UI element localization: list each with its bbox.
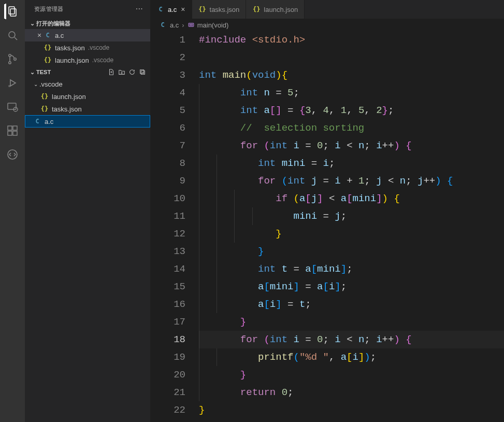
open-editors-list: ×Ca.c{}tasks.json.vscode{}launch.json.vs… bbox=[25, 29, 150, 66]
open-editors-header[interactable]: ⌄ 打开的编辑器 bbox=[25, 18, 150, 29]
folder-item[interactable]: ⌄.vscode bbox=[25, 78, 150, 90]
line-number: 20 bbox=[150, 366, 185, 384]
file-name: a.c bbox=[55, 32, 64, 39]
search-icon[interactable] bbox=[5, 28, 20, 43]
svg-point-2 bbox=[9, 32, 15, 38]
line-number: 9 bbox=[150, 172, 185, 190]
c-file-icon: C bbox=[156, 6, 165, 13]
code-line[interactable]: // selection sorting bbox=[199, 119, 504, 137]
new-folder-icon[interactable] bbox=[118, 68, 125, 76]
breadcrumb-symbol[interactable]: main(void) bbox=[197, 21, 229, 29]
collapse-all-icon[interactable] bbox=[139, 68, 146, 76]
line-number: 5 bbox=[150, 102, 185, 119]
c-file-icon: C bbox=[44, 32, 52, 39]
source-control-icon[interactable] bbox=[5, 52, 20, 66]
open-editors-label: 打开的编辑器 bbox=[36, 20, 70, 27]
file-item[interactable]: Ca.c bbox=[25, 115, 150, 128]
svg-point-8 bbox=[8, 85, 10, 87]
code-line[interactable]: } bbox=[199, 401, 504, 419]
file-tree: ⌄.vscode{}launch.json{}tasks.jsonCa.c bbox=[25, 78, 150, 128]
project-header[interactable]: ⌄ TEST bbox=[25, 66, 150, 78]
code-line[interactable]: #include <stdio.h> bbox=[199, 31, 504, 49]
code-line[interactable]: int main(void){ bbox=[199, 66, 504, 84]
svg-rect-0 bbox=[9, 7, 15, 14]
file-name: tasks.json bbox=[55, 44, 85, 52]
line-number: 13 bbox=[150, 243, 185, 260]
code-line[interactable]: int n = 5; bbox=[199, 84, 504, 102]
open-editor-item[interactable]: {}tasks.json.vscode bbox=[25, 41, 150, 54]
json-file-icon: {} bbox=[252, 6, 261, 13]
folder-name: .vscode bbox=[39, 80, 63, 88]
chevron-down-icon: ⌄ bbox=[32, 81, 39, 87]
refresh-icon[interactable] bbox=[128, 68, 136, 76]
c-file-icon: C bbox=[159, 21, 167, 29]
line-number: 14 bbox=[150, 260, 185, 278]
code-line[interactable]: } bbox=[199, 243, 504, 260]
tab-label: tasks.json bbox=[210, 6, 240, 13]
code-line[interactable]: mini = j; bbox=[199, 207, 504, 225]
code-line[interactable]: } bbox=[199, 366, 504, 384]
code-line[interactable]: a[mini] = a[i]; bbox=[199, 278, 504, 296]
line-number: 10 bbox=[150, 190, 185, 207]
line-number: 22 bbox=[150, 401, 185, 419]
run-debug-icon[interactable] bbox=[5, 76, 20, 90]
close-icon[interactable]: × bbox=[181, 5, 185, 13]
file-item[interactable]: {}tasks.json bbox=[25, 103, 150, 115]
editor-tab[interactable]: {}tasks.json bbox=[192, 0, 247, 19]
line-number: 11 bbox=[150, 207, 185, 225]
remote-explorer-icon[interactable] bbox=[5, 100, 20, 114]
extensions-icon[interactable] bbox=[5, 123, 20, 138]
svg-rect-13 bbox=[13, 131, 17, 135]
tab-label: launch.json bbox=[264, 6, 298, 13]
code-content[interactable]: #include <stdio.h> int main(void){ int n… bbox=[197, 31, 504, 422]
close-icon[interactable]: × bbox=[35, 31, 44, 39]
code-editor[interactable]: 12345678910111213141516171819202122 #inc… bbox=[150, 31, 504, 422]
file-dir: .vscode bbox=[92, 57, 113, 64]
code-line[interactable]: return 0; bbox=[199, 384, 504, 401]
sidebar-more-icon[interactable]: ··· bbox=[136, 4, 143, 13]
line-number: 15 bbox=[150, 278, 185, 296]
code-line[interactable]: for (int i = 0; i < n; i++) { bbox=[199, 331, 504, 348]
svg-point-5 bbox=[9, 62, 11, 64]
explorer-icon[interactable] bbox=[4, 4, 20, 19]
code-line[interactable]: } bbox=[199, 225, 504, 243]
line-number: 12 bbox=[150, 225, 185, 243]
code-line[interactable]: int a[] = {3, 4, 1, 5, 2}; bbox=[199, 102, 504, 119]
json-file-icon: {} bbox=[40, 105, 49, 112]
code-line[interactable]: int mini = i; bbox=[199, 154, 504, 172]
editor-tab[interactable]: Ca.c× bbox=[150, 0, 192, 19]
code-line[interactable]: for (int j = i + 1; j < n; j++) { bbox=[199, 172, 504, 190]
open-editor-item[interactable]: {}launch.json.vscode bbox=[25, 54, 150, 66]
breadcrumbs[interactable]: C a.c › main(void) bbox=[150, 19, 504, 31]
file-dir: .vscode bbox=[88, 44, 109, 51]
editor-tabs: Ca.c×{}tasks.json{}launch.json bbox=[150, 0, 504, 19]
line-number: 2 bbox=[150, 49, 185, 66]
svg-rect-19 bbox=[189, 23, 194, 26]
explorer-sidebar: 资源管理器 ··· ⌄ 打开的编辑器 ×Ca.c{}tasks.json.vsc… bbox=[25, 0, 150, 422]
file-item[interactable]: {}launch.json bbox=[25, 90, 150, 103]
code-line[interactable]: int t = a[mini]; bbox=[199, 260, 504, 278]
new-file-icon[interactable] bbox=[108, 68, 115, 76]
editor-tab[interactable]: {}launch.json bbox=[246, 0, 305, 19]
code-line[interactable]: } bbox=[199, 313, 504, 331]
line-number: 18 bbox=[150, 331, 185, 348]
svg-marker-7 bbox=[10, 80, 16, 86]
open-editor-item[interactable]: ×Ca.c bbox=[25, 29, 150, 41]
breadcrumb-file[interactable]: a.c bbox=[170, 21, 179, 29]
live-share-icon[interactable] bbox=[5, 147, 20, 162]
code-line[interactable] bbox=[199, 49, 504, 66]
svg-point-6 bbox=[14, 58, 16, 60]
code-line[interactable]: for (int i = 0; i < n; i++) { bbox=[199, 137, 504, 154]
svg-rect-16 bbox=[140, 70, 144, 74]
symbol-icon bbox=[188, 21, 195, 29]
chevron-down-icon: ⌄ bbox=[28, 69, 36, 76]
tab-label: a.c bbox=[168, 6, 177, 13]
json-file-icon: {} bbox=[44, 44, 52, 51]
c-file-icon: C bbox=[33, 118, 41, 125]
code-line[interactable]: printf("%d ", a[i]); bbox=[199, 348, 504, 366]
svg-rect-9 bbox=[8, 103, 16, 109]
code-line[interactable]: a[i] = t; bbox=[199, 296, 504, 313]
code-line[interactable]: if (a[j] < a[mini]) { bbox=[199, 190, 504, 207]
line-number: 19 bbox=[150, 348, 185, 366]
line-number: 7 bbox=[150, 137, 185, 154]
